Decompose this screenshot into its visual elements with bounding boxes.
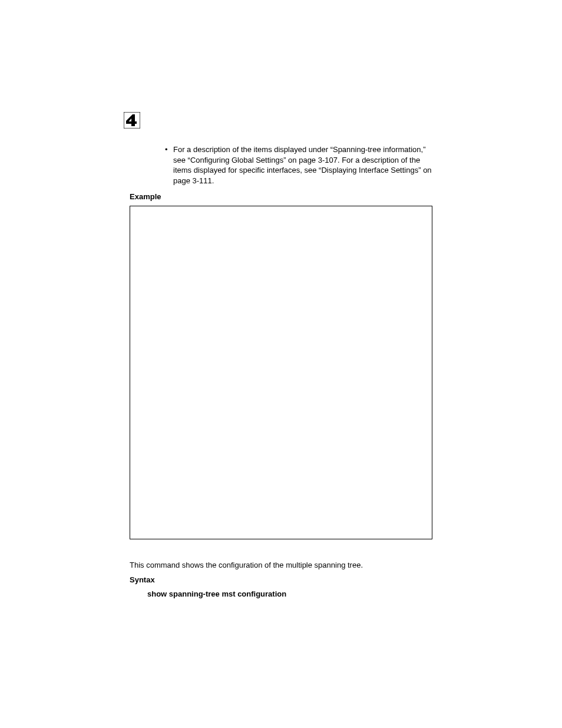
example-label: Example [130,192,432,202]
syntax-label: Syntax [130,575,432,585]
bullet-text: For a description of the items displayed… [173,144,432,186]
page-content: For a description of the items displayed… [130,144,432,599]
usage-bullet: For a description of the items displayed… [130,144,432,186]
document-page: For a description of the items displayed… [0,0,562,728]
chapter-number-badge [124,112,140,129]
command-description: This command shows the configuration of … [130,560,432,571]
example-output-box [130,206,432,539]
bullet-icon [165,144,173,186]
syntax-command: show spanning-tree mst configuration [130,589,432,599]
